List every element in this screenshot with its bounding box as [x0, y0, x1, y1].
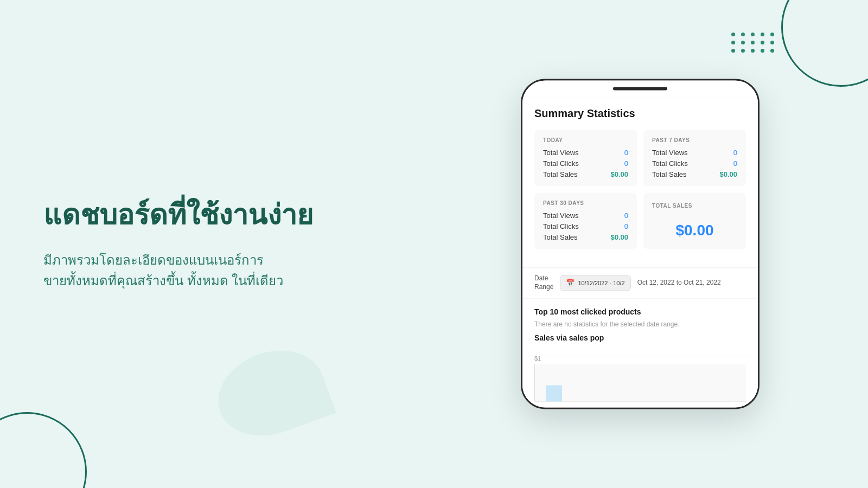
today-label: TODAY — [543, 137, 628, 143]
past7-clicks-row: Total Clicks 0 — [652, 159, 737, 168]
past30-sales-value: $0.00 — [610, 233, 628, 241]
summary-title: Summary Statistics — [534, 107, 746, 120]
summary-panel: Summary Statistics TODAY Total Views 0 T… — [522, 97, 758, 267]
decorative-circle-bottom-left — [0, 412, 87, 488]
phone-wrapper: Summary Statistics TODAY Total Views 0 T… — [521, 79, 760, 409]
past30days-label: PAST 30 DAYS — [543, 200, 628, 206]
chart-area: $1 — [522, 356, 758, 408]
past30-clicks-row: Total Clicks 0 — [543, 222, 628, 230]
top-products-empty: There are no statistics for the selected… — [534, 321, 746, 329]
today-sales-row: Total Sales $0.00 — [543, 170, 628, 178]
chart-bar — [546, 386, 562, 402]
past7-clicks-value: 0 — [733, 159, 737, 168]
past7-clicks-label: Total Clicks — [652, 159, 688, 168]
past30-sales-row: Total Sales $0.00 — [543, 233, 628, 241]
past7-sales-value: $0.00 — [719, 170, 737, 178]
decorative-circle-top-right — [781, 0, 868, 87]
past7-sales-label: Total Sales — [652, 170, 687, 178]
past7-sales-row: Total Sales $0.00 — [652, 170, 737, 178]
today-clicks-value: 0 — [624, 159, 628, 168]
today-views-label: Total Views — [543, 149, 579, 157]
today-sales-value: $0.00 — [610, 170, 628, 178]
past7-views-label: Total Views — [652, 149, 688, 157]
phone-mockup: Summary Statistics TODAY Total Views 0 T… — [521, 79, 760, 409]
left-section: แดชบอร์ดที่ใช้งานง่าย มีภาพรวมโดยละเอียด… — [43, 197, 313, 291]
today-views-value: 0 — [624, 149, 628, 157]
past7days-label: PAST 7 DAYS — [652, 137, 737, 143]
date-range-section: DateRange 📅 10/12/2022 - 10/2 Oct 12, 20… — [522, 267, 758, 298]
decorative-wave — [206, 336, 336, 450]
today-clicks-row: Total Clicks 0 — [543, 159, 628, 168]
date-display-text: Oct 12, 2022 to Oct 21, 2022 — [637, 279, 721, 288]
phone-content: Summary Statistics TODAY Total Views 0 T… — [522, 97, 758, 407]
past7days-card: PAST 7 DAYS Total Views 0 Total Clicks 0… — [643, 130, 746, 186]
main-heading: แดชบอร์ดที่ใช้งานง่าย — [43, 197, 313, 234]
sales-via-pop-title: Sales via sales pop — [534, 334, 746, 343]
stats-grid: TODAY Total Views 0 Total Clicks 0 Total… — [534, 130, 746, 249]
today-clicks-label: Total Clicks — [543, 159, 579, 168]
today-card: TODAY Total Views 0 Total Clicks 0 Total… — [534, 130, 637, 186]
past30-views-label: Total Views — [543, 211, 579, 220]
top-products-section: Top 10 most clicked products There are n… — [522, 299, 758, 356]
dots-pattern — [731, 33, 776, 53]
today-views-row: Total Views 0 — [543, 149, 628, 157]
today-sales-label: Total Sales — [543, 170, 578, 178]
phone-notch-bar — [613, 87, 667, 90]
date-range-label: DateRange — [534, 274, 553, 291]
chart-y-label: $1 — [534, 356, 746, 362]
past7-views-value: 0 — [733, 149, 737, 157]
sub-heading-line1: มีภาพรวมโดยละเอียดของแบนเนอร์การ — [43, 252, 264, 267]
total-sales-card: TOTAL SALES $0.00 — [643, 192, 746, 249]
sub-heading: มีภาพรวมโดยละเอียดของแบนเนอร์การ ขายทั้ง… — [43, 249, 313, 291]
calendar-icon: 📅 — [566, 279, 575, 287]
sub-heading-line2: ขายทั้งหมดที่คุณสร้างขึ้น ทั้งหมด ในที่เ… — [43, 273, 283, 288]
phone-notch — [522, 80, 758, 97]
date-input-value: 10/12/2022 - 10/2 — [578, 280, 624, 286]
past7-views-row: Total Views 0 — [652, 149, 737, 157]
total-sales-amount: $0.00 — [652, 222, 737, 239]
past30days-card: PAST 30 DAYS Total Views 0 Total Clicks … — [534, 192, 637, 249]
past30-clicks-label: Total Clicks — [543, 222, 579, 230]
top-products-title: Top 10 most clicked products — [534, 308, 746, 317]
total-sales-label: TOTAL SALES — [652, 203, 737, 209]
date-range-input[interactable]: 📅 10/12/2022 - 10/2 — [560, 275, 630, 291]
past30-sales-label: Total Sales — [543, 233, 578, 241]
past30-views-row: Total Views 0 — [543, 211, 628, 220]
past30-views-value: 0 — [624, 211, 628, 220]
past30-clicks-value: 0 — [624, 222, 628, 230]
chart-bar-area — [534, 364, 746, 402]
